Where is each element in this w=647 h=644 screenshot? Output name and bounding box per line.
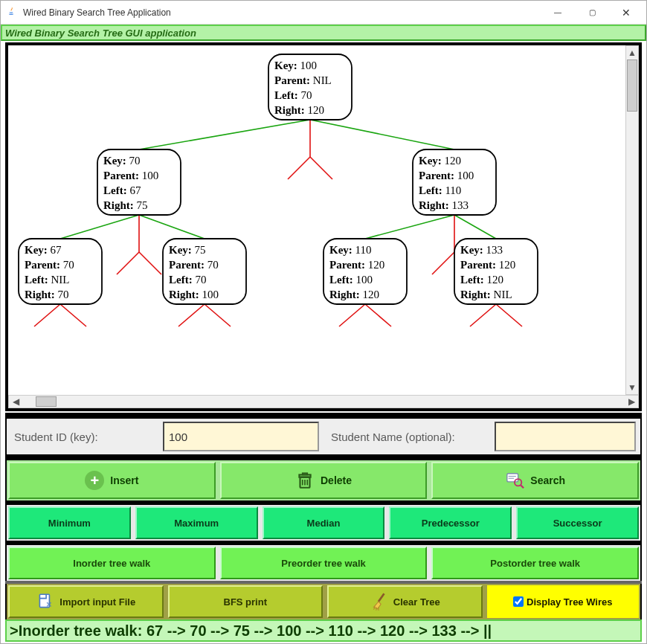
svg-line-17	[288, 157, 310, 179]
svg-line-13	[496, 304, 522, 326]
tree-canvas-frame: Key: 100Parent: NILLeft: 70Right: 120Key…	[5, 42, 642, 411]
broom-icon	[370, 592, 389, 611]
successor-button[interactable]: Successor	[516, 506, 639, 539]
close-button[interactable]: ✕	[609, 1, 643, 25]
student-id-input[interactable]: 100	[163, 422, 319, 451]
svg-text:Right: 100: Right: 100	[169, 289, 219, 300]
preorder-label: Preorder tree walk	[281, 558, 365, 569]
svg-text:Parent: 70: Parent: 70	[25, 259, 74, 271]
svg-line-5	[454, 215, 496, 239]
v-scroll-track[interactable]	[626, 59, 638, 381]
predecessor-button[interactable]: Predecessor	[389, 506, 512, 539]
action-row-2: Minimum Maximum Median Predecessor Succe…	[5, 505, 642, 541]
preorder-button[interactable]: Preorder tree walk	[220, 547, 428, 579]
svg-text:Right: 133: Right: 133	[419, 199, 469, 211]
app-header: Wired Binary Search Tree GUI application	[1, 25, 646, 41]
svg-text:Key: 133: Key: 133	[460, 244, 503, 256]
predecessor-label: Predecessor	[422, 518, 480, 529]
svg-line-10	[339, 304, 365, 326]
svg-text:Parent: 120: Parent: 120	[460, 259, 515, 271]
svg-text:Parent: 100: Parent: 100	[103, 170, 158, 181]
horizontal-scrollbar[interactable]: ◀ ▶	[8, 395, 639, 408]
svg-text:Parent: 120: Parent: 120	[329, 259, 384, 271]
search-button[interactable]: Search	[431, 462, 639, 499]
svg-text:Parent: 70: Parent: 70	[169, 259, 219, 271]
maximize-button[interactable]: ▢	[575, 1, 609, 25]
svg-rect-64	[507, 474, 518, 482]
minimize-button[interactable]: —	[541, 1, 575, 25]
insert-button[interactable]: + Insert	[8, 462, 216, 499]
svg-line-7	[60, 304, 86, 326]
clear-tree-button[interactable]: Clear Tree	[327, 585, 483, 618]
svg-text:Left: 70: Left: 70	[169, 274, 206, 286]
svg-line-12	[470, 304, 496, 326]
input-row: Student ID (key): 100 Student Name (opti…	[5, 419, 642, 454]
import-button[interactable]: Import input File	[8, 585, 164, 618]
action-row-1: + Insert Delete Search	[5, 460, 642, 500]
successor-label: Successor	[553, 518, 602, 529]
h-scroll-track[interactable]	[22, 396, 625, 408]
delete-button[interactable]: Delete	[220, 462, 428, 499]
display-wires-checkbox[interactable]	[513, 596, 524, 607]
student-name-input[interactable]	[495, 422, 636, 451]
postorder-label: Postorder tree walk	[490, 558, 580, 569]
import-label: Import input File	[59, 596, 135, 608]
minimum-label: Minimum	[48, 518, 91, 529]
student-name-label: Student Name (optional):	[324, 419, 495, 454]
clear-label: Clear Tree	[393, 596, 440, 608]
svg-line-6	[34, 304, 60, 326]
scroll-down-icon[interactable]: ▼	[626, 381, 638, 394]
scroll-left-icon[interactable]: ◀	[9, 396, 22, 408]
plus-icon: +	[85, 471, 104, 490]
svg-text:Right: 120: Right: 120	[329, 289, 379, 300]
svg-text:Right: 75: Right: 75	[103, 199, 148, 211]
app-header-label: Wired Binary Search Tree GUI application	[5, 28, 196, 39]
svg-line-70	[379, 593, 384, 602]
svg-line-3	[139, 215, 205, 239]
scroll-right-icon[interactable]: ▶	[625, 396, 638, 408]
delete-label: Delete	[321, 474, 352, 486]
svg-text:Left: 100: Left: 100	[329, 274, 373, 286]
bfs-label: BFS print	[224, 596, 268, 608]
svg-text:Right: NIL: Right: NIL	[460, 289, 512, 300]
action-row-4: Import input File BFS print Clear Tree D…	[5, 584, 642, 619]
postorder-button[interactable]: Postorder tree walk	[431, 547, 639, 579]
status-bar: >Inorder tree walk: 67 --> 70 --> 75 -->…	[5, 619, 642, 642]
svg-text:Left: 70: Left: 70	[274, 89, 312, 101]
divider	[5, 454, 642, 460]
tree-canvas: Key: 100Parent: NILLeft: 70Right: 120Key…	[8, 45, 639, 408]
svg-line-9	[205, 304, 231, 326]
svg-text:Left: 110: Left: 110	[419, 184, 461, 196]
svg-text:Key: 120: Key: 120	[419, 155, 461, 167]
window-title: Wired Binary Search Tree Application	[23, 7, 171, 18]
svg-text:Left: NIL: Left: NIL	[25, 274, 69, 286]
h-scroll-thumb[interactable]	[36, 396, 57, 407]
java-icon	[4, 5, 19, 20]
search-label: Search	[530, 474, 565, 486]
divider	[5, 413, 642, 419]
svg-line-11	[365, 304, 391, 326]
svg-text:Left: 67: Left: 67	[103, 184, 141, 196]
median-button[interactable]: Median	[263, 506, 385, 539]
inorder-button[interactable]: Inorder tree walk	[8, 547, 216, 579]
v-scroll-thumb[interactable]	[627, 59, 637, 112]
maximum-button[interactable]: Maximum	[135, 506, 258, 539]
search-form-icon	[505, 471, 524, 490]
window-titlebar: Wired Binary Search Tree Application — ▢…	[1, 1, 646, 25]
minimum-button[interactable]: Minimum	[8, 506, 131, 539]
svg-line-4	[365, 215, 454, 239]
svg-line-8	[178, 304, 205, 326]
bfs-print-button[interactable]: BFS print	[168, 585, 324, 618]
maximum-label: Maximum	[174, 518, 219, 529]
svg-line-0	[139, 120, 310, 149]
svg-text:Parent: 100: Parent: 100	[419, 170, 474, 181]
svg-text:Key: 100: Key: 100	[274, 59, 317, 71]
vertical-scrollbar[interactable]: ▲ ▼	[625, 45, 639, 395]
svg-line-14	[117, 252, 139, 274]
svg-line-18	[310, 157, 332, 179]
display-wires-cell[interactable]: Display Tree Wires	[487, 585, 640, 618]
svg-line-1	[310, 120, 454, 149]
svg-line-68	[521, 486, 524, 489]
scroll-up-icon[interactable]: ▲	[626, 46, 638, 59]
svg-text:Left: 120: Left: 120	[460, 274, 503, 286]
